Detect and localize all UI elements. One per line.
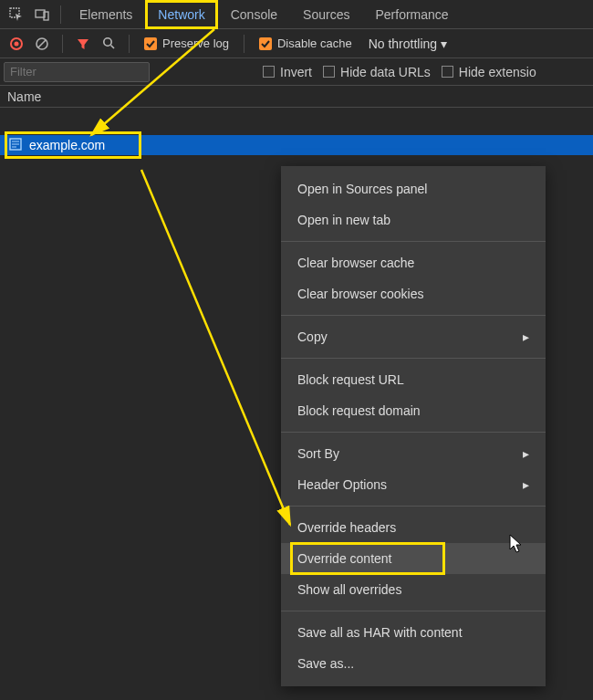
menu-save-as[interactable]: Save as...	[281, 648, 546, 679]
inspect-icon[interactable]	[4, 2, 29, 27]
menu-open-tab[interactable]: Open in new tab	[281, 204, 546, 235]
menu-override-headers[interactable]: Override headers	[281, 512, 546, 543]
checkbox-icon	[263, 66, 275, 78]
spacer	[0, 108, 593, 135]
checkbox-checked-icon	[144, 37, 157, 50]
menu-clear-cookies[interactable]: Clear browser cookies	[281, 278, 546, 309]
invert-checkbox[interactable]: Invert	[263, 65, 312, 79]
menu-label: Block request URL	[297, 372, 404, 387]
menu-header-options[interactable]: Header Options▸	[281, 469, 546, 500]
separator	[62, 35, 63, 53]
menu-copy[interactable]: Copy▸	[281, 321, 546, 352]
checkbox-icon	[323, 66, 335, 78]
menu-clear-cache[interactable]: Clear browser cache	[281, 247, 546, 278]
request-row[interactable]: example.com	[0, 135, 593, 155]
checkbox-icon	[442, 66, 453, 78]
device-toggle-icon[interactable]	[29, 2, 55, 27]
menu-divider	[281, 611, 546, 611]
checkbox-checked-icon	[259, 37, 272, 50]
menu-show-overrides[interactable]: Show all overrides	[281, 574, 546, 605]
menu-label: Clear browser cache	[297, 256, 414, 270]
document-icon	[9, 138, 22, 153]
menu-override-content[interactable]: Override content	[281, 543, 546, 574]
tab-sources[interactable]: Sources	[290, 0, 362, 29]
devtools-tabbar: Elements Network Console Sources Perform…	[0, 0, 593, 29]
submenu-arrow-icon: ▸	[523, 446, 529, 461]
hide-data-urls-checkbox[interactable]: Hide data URLs	[323, 65, 431, 79]
menu-label: Override headers	[297, 520, 396, 535]
menu-divider	[281, 241, 546, 242]
menu-label: Sort By	[297, 446, 339, 461]
hide-extensions-label: Hide extensio	[459, 65, 536, 79]
throttling-dropdown[interactable]: No throttling ▾	[361, 37, 454, 51]
svg-line-14	[141, 170, 290, 525]
menu-label: Block request domain	[297, 403, 421, 418]
menu-label: Show all overrides	[297, 582, 401, 597]
menu-block-url[interactable]: Block request URL	[281, 364, 546, 395]
invert-label: Invert	[280, 65, 312, 79]
filter-input[interactable]	[4, 62, 150, 82]
menu-divider	[281, 506, 546, 507]
tab-network[interactable]: Network	[145, 0, 217, 29]
menu-divider	[281, 432, 546, 433]
menu-label: Override content	[297, 551, 392, 566]
tab-console[interactable]: Console	[218, 0, 290, 29]
submenu-arrow-icon: ▸	[523, 329, 529, 344]
request-name: example.com	[29, 138, 105, 152]
tab-elements[interactable]: Elements	[67, 0, 145, 29]
hide-extensions-checkbox[interactable]: Hide extensio	[442, 65, 536, 79]
menu-block-domain[interactable]: Block request domain	[281, 395, 546, 426]
menu-open-sources[interactable]: Open in Sources panel	[281, 173, 546, 204]
disable-cache-checkbox[interactable]: Disable cache	[254, 37, 358, 50]
menu-label: Open in new tab	[297, 213, 390, 227]
menu-label: Open in Sources panel	[297, 182, 427, 196]
preserve-log-label: Preserve log	[162, 37, 229, 50]
menu-label: Save all as HAR with content	[297, 625, 463, 640]
table-header-name[interactable]: Name	[0, 86, 593, 108]
tab-performance[interactable]: Performance	[362, 0, 461, 29]
menu-divider	[281, 358, 546, 359]
separator	[244, 35, 244, 53]
menu-label: Copy	[297, 329, 328, 344]
svg-line-8	[110, 46, 114, 49]
menu-label: Header Options	[297, 477, 387, 492]
submenu-arrow-icon: ▸	[523, 477, 529, 492]
record-icon[interactable]	[5, 33, 27, 55]
menu-save-har[interactable]: Save all as HAR with content	[281, 617, 546, 648]
separator	[129, 35, 130, 53]
hide-data-urls-label: Hide data URLs	[340, 65, 431, 79]
filter-bar: Invert Hide data URLs Hide extensio	[0, 58, 593, 86]
context-menu: Open in Sources panel Open in new tab Cl…	[281, 166, 546, 686]
separator	[60, 5, 61, 24]
menu-sort-by[interactable]: Sort By▸	[281, 438, 546, 469]
svg-line-6	[38, 40, 46, 47]
svg-point-4	[15, 41, 19, 46]
chevron-down-icon: ▾	[441, 37, 447, 51]
menu-divider	[281, 315, 546, 316]
cursor-icon	[509, 534, 524, 554]
menu-label: Save as...	[297, 656, 354, 671]
preserve-log-checkbox[interactable]: Preserve log	[139, 37, 234, 50]
filter-icon[interactable]	[72, 33, 94, 55]
menu-label: Clear browser cookies	[297, 287, 424, 301]
network-toolbar: Preserve log Disable cache No throttling…	[0, 29, 593, 58]
disable-cache-label: Disable cache	[277, 37, 352, 50]
search-icon[interactable]	[98, 33, 120, 55]
svg-point-7	[103, 38, 110, 46]
clear-icon[interactable]	[31, 33, 53, 55]
throttling-label: No throttling	[369, 37, 437, 51]
